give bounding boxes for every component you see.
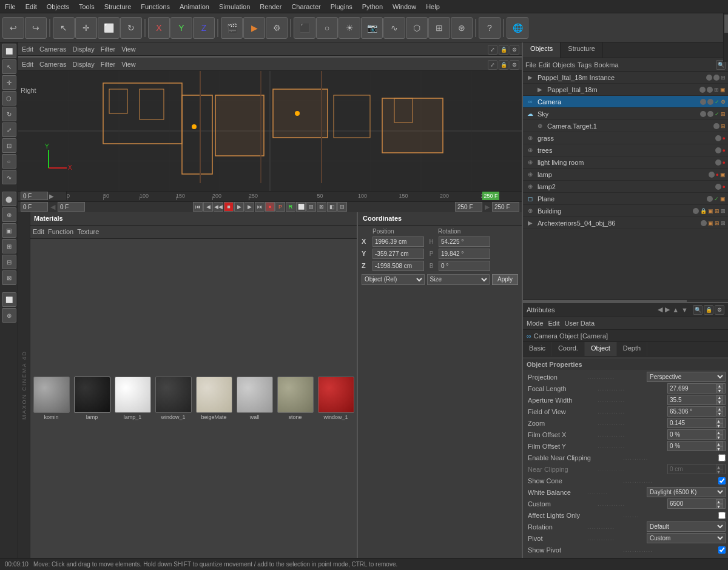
obj-dot-2[interactable] bbox=[713, 75, 720, 81]
tool-16[interactable]: ⬜ bbox=[2, 292, 16, 307]
axis-z-button[interactable]: Z bbox=[193, 17, 215, 39]
obj-lamp2[interactable]: ⊕ lamp2 ● bbox=[523, 181, 728, 193]
vp-bottom-edit[interactable]: Edit bbox=[22, 61, 33, 68]
vp-top-cameras[interactable]: Cameras bbox=[39, 45, 67, 53]
coords-type-select[interactable]: Size bbox=[427, 274, 490, 285]
zoom-up-btn[interactable]: ▲ bbox=[716, 418, 723, 423]
focal-down-btn[interactable]: ▼ bbox=[716, 389, 723, 394]
obj-dot-9[interactable] bbox=[713, 123, 720, 129]
menu-simulation[interactable]: Simulation bbox=[214, 3, 255, 10]
deformer-button[interactable]: ⬡ bbox=[406, 17, 428, 39]
obj-toolbar-bookmarks[interactable]: Bookma bbox=[594, 61, 618, 69]
help-tb-button[interactable]: ? bbox=[479, 17, 500, 39]
vp-top-view[interactable]: View bbox=[121, 45, 136, 53]
frame-end-input[interactable] bbox=[492, 202, 519, 212]
menu-objects[interactable]: Objects bbox=[42, 3, 74, 10]
fov-up-btn[interactable]: ▲ bbox=[716, 407, 723, 412]
anim-ctrl-5[interactable]: ⊟ bbox=[337, 202, 347, 212]
light-button[interactable]: ☀ bbox=[339, 17, 360, 39]
spline-button[interactable]: ∿ bbox=[383, 17, 405, 39]
obj-dot-10[interactable] bbox=[715, 135, 721, 141]
attr-tab-object[interactable]: Object bbox=[585, 342, 617, 356]
attr-film-y-input[interactable]: 0 % ▲ ▼ bbox=[667, 441, 726, 451]
sphere-button[interactable]: ○ bbox=[316, 17, 338, 39]
attr-white-balance-select[interactable]: Daylight (6500 K) Custom bbox=[647, 487, 726, 497]
vp-bottom-display[interactable]: Display bbox=[73, 61, 95, 68]
attr-focal-input[interactable]: 27.699 ▲ ▼ bbox=[667, 383, 726, 394]
menu-render[interactable]: Render bbox=[255, 3, 286, 10]
obj-dot-16[interactable] bbox=[693, 208, 699, 214]
obj-lamp[interactable]: ⊕ lamp ● ▣ bbox=[523, 169, 728, 181]
attr-show-pivot-checkbox[interactable] bbox=[718, 546, 726, 554]
obj-dot-12[interactable] bbox=[715, 159, 721, 166]
obj-toolbar-file[interactable]: File bbox=[525, 61, 536, 69]
record-button[interactable]: ● bbox=[265, 202, 275, 212]
menu-tools[interactable]: Tools bbox=[74, 3, 99, 10]
scale-button[interactable]: ⬜ bbox=[98, 17, 120, 39]
mat-menu-function[interactable]: Function bbox=[48, 228, 73, 235]
vp-bottom-cameras[interactable]: Cameras bbox=[39, 61, 67, 68]
move-button[interactable]: ✛ bbox=[75, 17, 97, 39]
tab-objects[interactable]: Objects bbox=[523, 42, 561, 58]
attr-custom-temp-input[interactable]: 6500 ▲ ▼ bbox=[667, 498, 726, 509]
aperture-up-btn[interactable]: ▲ bbox=[716, 395, 723, 400]
obj-dot-7[interactable] bbox=[700, 111, 706, 117]
coords-mode-select[interactable]: Object (Rel) World bbox=[362, 274, 425, 285]
mat-menu-texture[interactable]: Texture bbox=[77, 228, 99, 235]
vp-top-display[interactable]: Display bbox=[73, 45, 95, 53]
rotation-h-input[interactable] bbox=[439, 236, 490, 247]
camera-tb-button[interactable]: 📷 bbox=[361, 17, 383, 39]
menu-edit[interactable]: Edit bbox=[21, 3, 42, 10]
tool-17[interactable]: ⊛ bbox=[2, 308, 16, 323]
obj-dot-3[interactable] bbox=[699, 87, 706, 93]
attr-search-icon[interactable]: 🔍 bbox=[693, 305, 703, 315]
attr-settings-icon[interactable]: ⚙ bbox=[715, 305, 724, 315]
focal-up-btn[interactable]: ▲ bbox=[716, 384, 723, 389]
attr-nav-up[interactable]: ▲ bbox=[672, 306, 679, 314]
position-y-input[interactable] bbox=[372, 249, 424, 259]
obj-trees[interactable]: ⊕ trees ● bbox=[523, 144, 728, 156]
apply-button[interactable]: Apply bbox=[492, 274, 518, 285]
anim-ctrl-2[interactable]: ⊞ bbox=[306, 202, 316, 212]
custom-temp-down-btn[interactable]: ▼ bbox=[716, 504, 723, 509]
obj-dot-5[interactable] bbox=[700, 99, 706, 105]
frame-start-input[interactable] bbox=[21, 192, 48, 200]
attr-aperture-input[interactable]: 35.5 ▲ ▼ bbox=[667, 395, 726, 405]
film-x-down-btn[interactable]: ▼ bbox=[716, 435, 723, 440]
attr-affect-lights-checkbox[interactable] bbox=[718, 512, 726, 519]
vp-bottom-view[interactable]: View bbox=[121, 61, 136, 68]
render-region-button[interactable]: 🎬 bbox=[221, 17, 243, 39]
menu-functions[interactable]: Functions bbox=[136, 3, 175, 10]
obj-building[interactable]: ⊕ Building 🔒 ▣ ⊞ ⊠ bbox=[523, 205, 728, 217]
vp-bottom-filter[interactable]: Filter bbox=[101, 61, 115, 68]
tool-3[interactable]: ✛ bbox=[2, 75, 16, 90]
vp-bottom-settings-icon[interactable]: ⚙ bbox=[510, 60, 519, 70]
go-end-button[interactable]: ⏭ bbox=[255, 202, 265, 212]
material-window-1[interactable]: window_1 bbox=[155, 377, 192, 420]
film-y-down-btn[interactable]: ▼ bbox=[716, 446, 723, 451]
record-pos-button[interactable]: P bbox=[275, 202, 285, 212]
internet-button[interactable]: 🌐 bbox=[507, 17, 528, 39]
menu-structure[interactable]: Structure bbox=[99, 3, 136, 10]
menu-animation[interactable]: Animation bbox=[175, 3, 214, 10]
dynamics-button[interactable]: ⊛ bbox=[451, 17, 473, 39]
attr-pivot-select[interactable]: Custom bbox=[647, 533, 726, 543]
tool-12[interactable]: ▣ bbox=[2, 223, 16, 238]
select-button[interactable]: ↖ bbox=[53, 17, 75, 39]
material-lamp[interactable]: lamp bbox=[73, 377, 110, 420]
prev-frame-button[interactable]: ◀ bbox=[203, 202, 213, 212]
attr-near-clip-checkbox[interactable] bbox=[718, 454, 726, 461]
anim-ctrl-1[interactable]: ⬜ bbox=[296, 202, 306, 212]
obj-light-living-room[interactable]: ⊕ light living room ● bbox=[523, 156, 728, 169]
material-lamp-1[interactable]: lamp_1 bbox=[114, 377, 151, 420]
obj-dot-14[interactable] bbox=[715, 184, 721, 190]
vp-lock-icon[interactable]: 🔒 bbox=[499, 45, 508, 55]
obj-dot-13[interactable] bbox=[709, 172, 715, 178]
attr-nav-fwd[interactable]: ▶ bbox=[665, 306, 670, 314]
attr-near-clip-input[interactable]: 0 cm ▲ ▼ bbox=[667, 464, 726, 474]
tool-8[interactable]: ○ bbox=[2, 154, 16, 169]
play-button[interactable]: ▶ bbox=[234, 202, 244, 212]
tool-4[interactable]: ⬡ bbox=[2, 91, 16, 106]
axis-x-button[interactable]: X bbox=[148, 17, 170, 39]
tool-11[interactable]: ⊕ bbox=[2, 207, 16, 222]
